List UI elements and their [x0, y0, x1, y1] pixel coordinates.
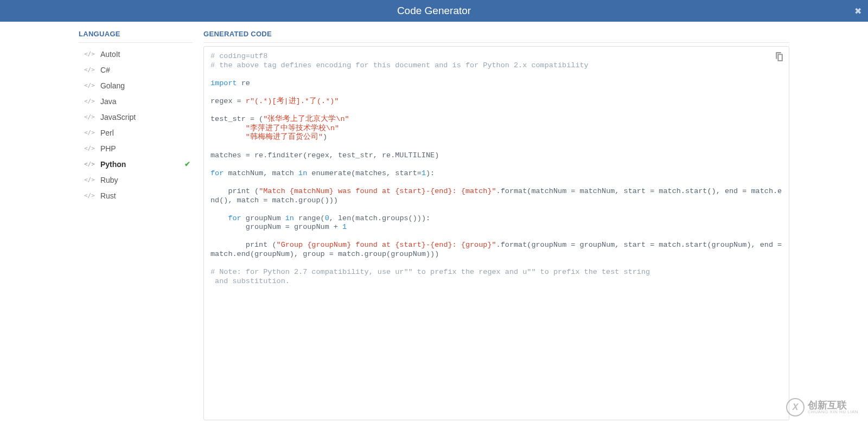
lang-label: Perl: [100, 129, 114, 137]
language-list: </>AutoIt </>C# </>Golang </>Java </>Jav…: [79, 46, 193, 203]
lang-label: Python: [100, 160, 126, 169]
lang-perl[interactable]: </>Perl: [79, 125, 193, 140]
code-icon: </>: [84, 98, 95, 105]
lang-label: Java: [100, 97, 117, 106]
check-icon: ✔: [184, 160, 190, 168]
watermark-text: 创新互联 CHUANG XIN HU LIAN: [808, 400, 858, 414]
lang-rust[interactable]: </>Rust: [79, 188, 193, 203]
lang-label: C#: [100, 66, 110, 74]
language-sidebar: LANGUAGE </>AutoIt </>C# </>Golang </>Ja…: [79, 30, 203, 203]
code-icon: </>: [84, 113, 95, 120]
lang-label: JavaScript: [100, 113, 136, 121]
lang-label: Ruby: [100, 176, 118, 184]
code-icon: </>: [84, 192, 95, 199]
code-icon: </>: [84, 50, 95, 57]
lang-javascript[interactable]: </>JavaScript: [79, 109, 193, 125]
lang-label: Rust: [100, 191, 116, 200]
lang-ruby[interactable]: </>Ruby: [79, 172, 193, 188]
lang-python[interactable]: </>Python✔: [79, 156, 193, 172]
lang-php[interactable]: </>PHP: [79, 140, 193, 156]
code-icon: </>: [84, 129, 95, 136]
code-icon: </>: [84, 82, 95, 89]
lang-label: PHP: [100, 144, 116, 153]
watermark-logo-icon: X: [786, 398, 805, 416]
code-icon: </>: [84, 145, 95, 152]
code-panel: GENERATED CODE # coding=utf8 # the above…: [203, 30, 789, 420]
lang-golang[interactable]: </>Golang: [79, 78, 193, 93]
code-title: GENERATED CODE: [203, 30, 789, 43]
main-content: LANGUAGE </>AutoIt </>C# </>Golang </>Ja…: [79, 22, 789, 420]
watermark: X 创新互联 CHUANG XIN HU LIAN: [786, 398, 858, 416]
copy-icon[interactable]: [775, 52, 783, 63]
code-container: # coding=utf8 # the above tag defines en…: [203, 46, 789, 420]
lang-label: Golang: [100, 81, 125, 90]
code-icon: </>: [84, 176, 95, 183]
header-bar: Code Generator ✖: [0, 0, 868, 22]
generated-code[interactable]: # coding=utf8 # the above tag defines en…: [210, 52, 782, 286]
close-icon[interactable]: ✖: [854, 6, 861, 16]
lang-label: AutoIt: [100, 50, 120, 59]
page-title: Code Generator: [397, 5, 471, 17]
lang-java[interactable]: </>Java: [79, 93, 193, 109]
code-icon: </>: [84, 66, 95, 73]
code-icon: </>: [84, 161, 95, 168]
sidebar-title: LANGUAGE: [79, 30, 193, 43]
lang-autoit[interactable]: </>AutoIt: [79, 46, 193, 62]
lang-csharp[interactable]: </>C#: [79, 62, 193, 78]
